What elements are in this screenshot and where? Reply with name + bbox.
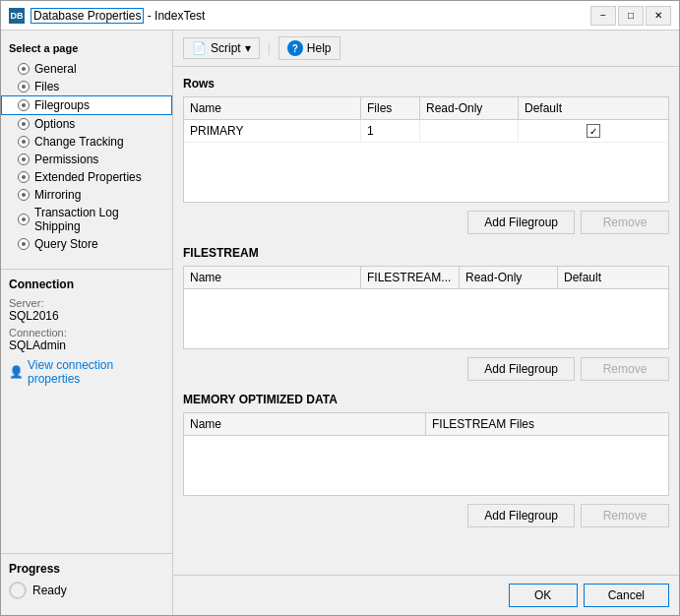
rows-btn-row: Add Filegroup Remove	[183, 211, 669, 234]
rows-default-cell: ✓	[519, 120, 668, 142]
sidebar-item-files[interactable]: Files	[1, 78, 172, 95]
filestream-btn-row: Add Filegroup Remove	[183, 357, 669, 381]
connection-label: Connection:	[9, 327, 164, 339]
minimize-button[interactable]: −	[590, 6, 616, 26]
filestream-add-filegroup-button[interactable]: Add Filegroup	[467, 357, 575, 381]
rows-section-title: Rows	[183, 77, 669, 91]
rows-table-row[interactable]: PRIMARY 1 ✓	[184, 120, 668, 143]
connection-value: SQLAdmin	[9, 339, 164, 352]
mem-col-filestream: FILESTREAM Files	[426, 413, 668, 435]
connection-link-icon: 👤	[9, 365, 24, 379]
sidebar-item-general[interactable]: General	[1, 60, 172, 78]
memory-add-filegroup-button[interactable]: Add Filegroup	[467, 504, 575, 527]
sidebar-item-mirroring[interactable]: Mirroring	[1, 186, 172, 204]
fs-col-default: Default	[558, 267, 668, 288]
progress-status: Ready	[32, 584, 67, 597]
rows-remove-button[interactable]: Remove	[581, 211, 669, 234]
app-icon: DB	[9, 8, 25, 24]
database-properties-window: DB Database Properties - IndexTest − □ ✕…	[0, 0, 680, 616]
rows-col-default: Default	[519, 97, 668, 119]
server-value: SQL2016	[9, 309, 164, 323]
cancel-button[interactable]: Cancel	[584, 584, 669, 607]
mem-col-name: Name	[184, 413, 426, 435]
filestream-table-header: Name FILESTREAM... Read-Only Default	[184, 267, 668, 289]
rows-col-files: Files	[361, 97, 420, 119]
rows-col-readonly: Read-Only	[420, 97, 519, 119]
help-label: Help	[307, 41, 332, 55]
close-button[interactable]: ✕	[646, 6, 671, 26]
default-checkbox[interactable]: ✓	[587, 124, 600, 138]
transaction-log-shipping-icon	[17, 213, 31, 226]
rows-table: Name Files Read-Only Default PRIMARY 1 ✓	[183, 96, 669, 203]
connection-title: Connection	[9, 277, 164, 291]
window-controls: − □ ✕	[590, 6, 671, 26]
fs-col-filestream: FILESTREAM...	[361, 267, 460, 288]
sidebar-item-transaction-log-shipping[interactable]: Transaction Log Shipping	[1, 204, 172, 235]
title-highlighted: Database Properties	[31, 8, 144, 24]
memory-table: Name FILESTREAM Files	[183, 412, 669, 496]
script-icon: 📄	[192, 41, 207, 55]
fs-col-readonly: Read-Only	[460, 267, 558, 288]
sidebar-item-options[interactable]: Options	[1, 115, 172, 133]
options-icon	[17, 117, 31, 131]
ok-button[interactable]: OK	[509, 584, 578, 607]
filestream-section-title: FILESTREAM	[183, 246, 669, 260]
memory-table-header: Name FILESTREAM Files	[184, 413, 668, 436]
extended-properties-icon	[17, 170, 31, 184]
files-icon	[17, 80, 31, 93]
title-rest: - IndexTest	[144, 9, 205, 23]
change-tracking-icon	[17, 135, 31, 149]
script-dropdown-icon: ▾	[245, 41, 251, 55]
permissions-icon	[17, 153, 31, 166]
rows-name-cell: PRIMARY	[184, 120, 361, 142]
bottom-bar: OK Cancel	[173, 575, 679, 615]
sidebar-item-permissions[interactable]: Permissions	[1, 151, 172, 168]
progress-title: Progress	[9, 562, 164, 576]
sidebar-item-filegroups[interactable]: Filegroups	[1, 95, 172, 115]
connection-section: Connection Server: SQL2016 Connection: S…	[1, 269, 172, 394]
general-icon	[17, 62, 31, 76]
script-label: Script	[211, 41, 241, 55]
sidebar-title: Select a page	[1, 38, 172, 60]
help-button[interactable]: ? Help	[278, 36, 340, 60]
query-store-icon	[17, 237, 31, 251]
server-label: Server:	[9, 297, 164, 309]
title-bar: DB Database Properties - IndexTest − □ ✕	[1, 1, 679, 31]
memory-remove-button[interactable]: Remove	[581, 504, 669, 527]
main-content: Rows Name Files Read-Only Default PRIMAR…	[173, 67, 679, 575]
rows-readonly-cell	[420, 120, 519, 142]
filestream-empty-area	[184, 289, 668, 348]
sidebar-item-query-store[interactable]: Query Store	[1, 235, 172, 253]
fs-col-name: Name	[184, 267, 361, 288]
filestream-remove-button[interactable]: Remove	[581, 357, 669, 381]
memory-btn-row: Add Filegroup Remove	[183, 504, 669, 527]
mirroring-icon	[17, 188, 31, 202]
progress-spinner-icon	[9, 582, 27, 599]
toolbar-separator: |	[268, 41, 271, 55]
view-connection-properties-link[interactable]: 👤 View connection properties	[9, 358, 164, 386]
progress-section: Progress Ready	[1, 553, 172, 607]
progress-ready: Ready	[9, 582, 164, 599]
rows-table-header: Name Files Read-Only Default	[184, 97, 668, 120]
memory-section-title: MEMORY OPTIMIZED DATA	[183, 393, 669, 406]
toolbar: 📄 Script ▾ | ? Help	[173, 31, 679, 67]
maximize-button[interactable]: □	[618, 6, 644, 26]
memory-empty-area	[184, 436, 668, 495]
main-panel: 📄 Script ▾ | ? Help Rows Name Files	[173, 31, 679, 615]
rows-add-filegroup-button[interactable]: Add Filegroup	[467, 211, 575, 234]
content-area: Select a page General Files Filegroups O…	[1, 31, 679, 615]
rows-col-name: Name	[184, 97, 361, 119]
sidebar-item-extended-properties[interactable]: Extended Properties	[1, 168, 172, 186]
rows-empty-area	[184, 143, 668, 202]
sidebar: Select a page General Files Filegroups O…	[1, 31, 173, 615]
rows-files-cell: 1	[361, 120, 420, 142]
title-text: Database Properties - IndexTest	[31, 9, 205, 23]
script-button[interactable]: 📄 Script ▾	[183, 37, 260, 59]
sidebar-item-change-tracking[interactable]: Change Tracking	[1, 133, 172, 151]
filestream-table: Name FILESTREAM... Read-Only Default	[183, 266, 669, 349]
filegroups-icon	[17, 98, 31, 112]
help-icon: ?	[287, 40, 303, 56]
